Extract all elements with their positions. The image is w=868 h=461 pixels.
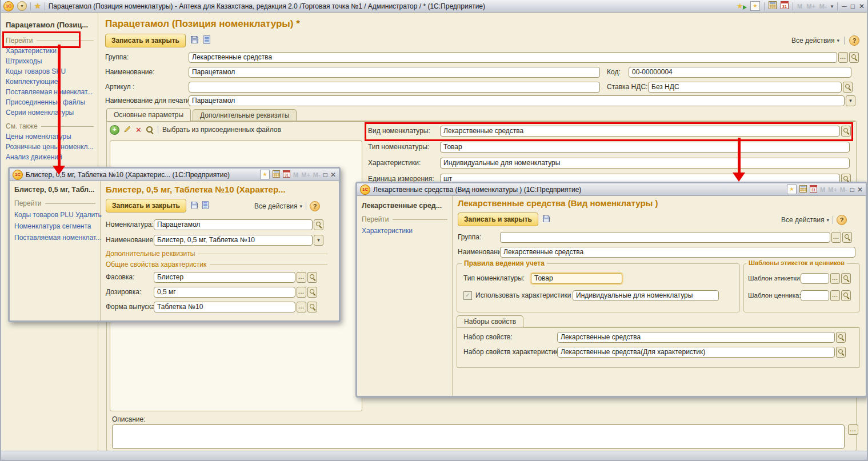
calculator-icon[interactable]	[769, 1, 777, 11]
release-form-input[interactable]: Таблетка №10	[154, 302, 295, 312]
sidebar-item-supplied-nomenclature[interactable]: Поставляемая номенклат...	[14, 234, 101, 242]
code-input[interactable]: 00-00000004	[629, 67, 851, 78]
article-input[interactable]	[189, 82, 600, 93]
characteristics-mode-input[interactable]: Индивидуальные для номенклатуры	[573, 290, 719, 301]
maximize-button[interactable]: □	[850, 186, 854, 193]
save-icon[interactable]	[542, 215, 550, 225]
calculator-icon[interactable]	[799, 185, 807, 194]
price-template-ellipsis-button[interactable]: ...	[830, 290, 840, 301]
use-characteristics-checkbox[interactable]: ✓	[463, 291, 472, 300]
nomenclature-lookup-button[interactable]	[314, 219, 323, 230]
sidebar-item-characteristics[interactable]: Характеристики	[6, 47, 57, 55]
dosage-lookup-button[interactable]	[307, 287, 317, 298]
sidebar-item-sku-codes[interactable]: Коды товаров SKU	[6, 67, 66, 75]
dosage-input[interactable]: 0,5 мг	[154, 287, 295, 298]
calendar-icon[interactable]: 31	[283, 170, 290, 179]
group-lookup-button[interactable]	[842, 232, 852, 243]
sidebar-item-attached-files[interactable]: Присоединенные файлы	[6, 98, 85, 106]
group-lookup-button[interactable]	[849, 52, 859, 63]
vat-lookup-button[interactable]	[843, 82, 853, 93]
release-form-lookup-button[interactable]	[307, 302, 317, 312]
sidebar-item-characteristics[interactable]: Характеристики	[362, 227, 413, 235]
char-props-set-lookup-button[interactable]	[836, 347, 846, 358]
name-input[interactable]: Парацетамол	[189, 67, 600, 78]
save-icon[interactable]	[190, 201, 198, 211]
packing-input[interactable]: Блистер	[154, 272, 295, 283]
sidebar-item-prices[interactable]: Цены номенклатуры	[6, 133, 71, 141]
packing-ellipsis-button[interactable]: ...	[297, 272, 306, 283]
delete-icon[interactable]: ✕	[135, 126, 142, 134]
save-close-button[interactable]: Записать и закрыть	[106, 199, 186, 213]
sidebar-item-components[interactable]: Комплектующие	[6, 78, 58, 86]
packing-lookup-button[interactable]	[307, 272, 317, 283]
label-template-input[interactable]	[801, 273, 829, 284]
sidebar-item-plu-codes[interactable]: Коды товаров PLU Удалить	[14, 211, 102, 219]
name-dropdown-button[interactable]: ▼	[314, 235, 323, 246]
add-icon[interactable]: +	[110, 125, 119, 135]
close-button[interactable]: ✕	[857, 186, 863, 193]
all-actions-button[interactable]: Все действия▾	[781, 216, 829, 224]
type-input[interactable]: Товар	[440, 142, 850, 153]
sidebar-item-movement-analysis[interactable]: Анализ движений	[6, 153, 62, 161]
save-close-button[interactable]: Записать и закрыть	[105, 34, 186, 47]
favorites-window-icon[interactable]: ★	[260, 170, 270, 179]
sidebar-item-supplied-nomenclature[interactable]: Поставляемая номенклат...	[6, 88, 93, 96]
help-button[interactable]: ?	[849, 35, 859, 46]
search-icon[interactable]	[146, 126, 154, 134]
add-to-favorites-icon[interactable]: ★	[737, 2, 746, 10]
group-input[interactable]: Лекарственные средства	[189, 52, 837, 63]
group-ellipsis-button[interactable]: ...	[838, 52, 848, 63]
price-template-input[interactable]	[801, 290, 829, 301]
calendar-icon[interactable]: 31	[781, 1, 789, 11]
label-template-lookup-button[interactable]	[841, 273, 851, 284]
minimize-button[interactable]: ─	[842, 3, 847, 10]
show-in-list-icon[interactable]	[203, 35, 210, 46]
maximize-button[interactable]: □	[323, 171, 327, 178]
edit-pencil-icon[interactable]	[123, 125, 131, 135]
titlebar-chevron-icon[interactable]: ▾	[831, 3, 834, 9]
close-button[interactable]: ✕	[330, 171, 336, 178]
group-ellipsis-button[interactable]: ...	[831, 232, 841, 243]
maximize-button[interactable]: □	[851, 3, 855, 10]
calendar-icon[interactable]: 31	[810, 185, 817, 194]
description-ellipsis-button[interactable]: ...	[848, 424, 858, 435]
props-set-input[interactable]: Лекарственные средства	[557, 332, 835, 343]
sidebar-item-segment-nomenclature[interactable]: Номенклатура сегмента	[14, 222, 91, 230]
label-template-ellipsis-button[interactable]: ...	[830, 273, 840, 284]
show-in-list-icon[interactable]	[202, 201, 209, 211]
calculator-icon[interactable]	[273, 170, 280, 179]
tab-property-sets[interactable]: Наборы свойств	[457, 315, 523, 327]
nomenclature-input[interactable]: Парацетамол	[154, 219, 313, 230]
save-icon[interactable]	[190, 35, 199, 46]
all-actions-button[interactable]: Все действия▾	[254, 202, 302, 210]
vat-input[interactable]: Без НДС	[648, 82, 842, 93]
save-close-button[interactable]: Записать и закрыть	[458, 213, 538, 226]
main-menu-button[interactable]: ▼	[17, 1, 27, 11]
release-form-ellipsis-button[interactable]: ...	[297, 302, 306, 312]
close-button[interactable]: ✕	[859, 3, 865, 10]
sidebar-item-barcodes[interactable]: Штрихкоды	[6, 57, 42, 65]
price-template-lookup-button[interactable]	[841, 290, 851, 301]
tab-main-parameters[interactable]: Основные параметры	[106, 108, 191, 121]
characteristics-input[interactable]: Индивидуальные для номенклатуры	[440, 158, 850, 169]
help-button[interactable]: ?	[310, 201, 320, 211]
props-set-lookup-button[interactable]	[836, 332, 846, 343]
name-input[interactable]: Лекарственные средства	[500, 247, 855, 258]
help-button[interactable]: ?	[837, 215, 847, 225]
sidebar-item-retail-prices[interactable]: Розничные цены номенкл...	[6, 143, 94, 151]
favorites-window-icon[interactable]: ★	[787, 185, 797, 194]
tab-additional-attributes[interactable]: Дополнительные реквизиты	[193, 109, 297, 121]
name-input[interactable]: Блистер, 0,5 мг, Таблетка №10	[154, 235, 313, 246]
print-name-dropdown-button[interactable]: ▼	[846, 95, 855, 106]
dosage-ellipsis-button[interactable]: ...	[297, 287, 306, 298]
select-from-attached-files-button[interactable]: Выбрать из присоединенных файлов	[162, 126, 281, 134]
print-name-input[interactable]: Парацетамол	[189, 95, 845, 106]
favorites-window-icon[interactable]: ★	[750, 1, 760, 11]
favorites-star-icon[interactable]: ★	[34, 2, 41, 10]
description-textarea[interactable]	[112, 424, 845, 449]
group-input[interactable]	[500, 232, 830, 243]
char-props-set-input[interactable]: Лекарственные средства(Для характеристик…	[557, 347, 835, 358]
all-actions-button[interactable]: Все действия▾	[791, 37, 839, 45]
type-input[interactable]: Товар	[531, 273, 622, 284]
sidebar-item-series[interactable]: Серии номенклатуры	[6, 109, 74, 117]
